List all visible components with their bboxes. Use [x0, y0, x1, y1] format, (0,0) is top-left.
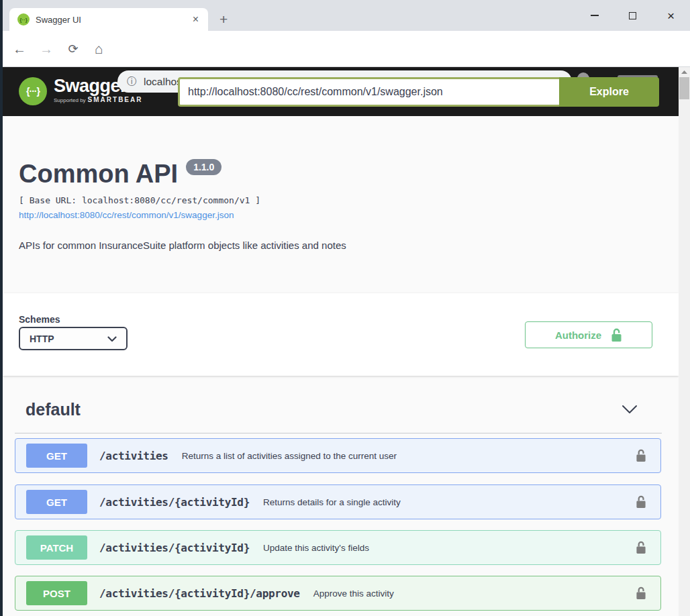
- browser-tab[interactable]: {··} Swagger UI ×: [9, 8, 208, 31]
- method-badge: GET: [26, 490, 87, 514]
- supported-by-line: Supported bySMARTBEAR: [54, 96, 142, 103]
- new-tab-button[interactable]: +: [219, 12, 228, 26]
- lock-icon[interactable]: [636, 541, 646, 554]
- minimize-icon: [591, 15, 599, 16]
- tab-close-icon[interactable]: ×: [191, 13, 200, 26]
- smartbear-logo-text: SMARTBEAR: [88, 96, 143, 103]
- authorize-button[interactable]: Authorize: [525, 321, 652, 348]
- spec-url-input[interactable]: [178, 77, 559, 107]
- minimize-button[interactable]: [575, 3, 613, 28]
- close-window-button[interactable]: ×: [652, 3, 690, 28]
- unlock-icon: [611, 328, 622, 342]
- home-button[interactable]: ⌂: [87, 31, 110, 67]
- operation-row-get-activities[interactable]: GET /activities Returns a list of activi…: [15, 438, 661, 473]
- operation-path: /activities/{activityId}: [99, 542, 250, 554]
- section-divider: [15, 433, 662, 433]
- page-info-icon[interactable]: ⓘ: [127, 76, 136, 88]
- lock-icon[interactable]: [636, 495, 646, 509]
- api-description: APIs for common InsuranceSuite platform …: [19, 240, 346, 251]
- operation-path: /activities/{activityId}: [99, 496, 250, 509]
- browser-toolbar: ← → ⟳ ⌂ ⓘ localhost:8080/cc/resources/sw…: [0, 31, 690, 67]
- scheme-selected-value: HTTP: [30, 333, 54, 344]
- version-badge: 1.1.0: [186, 159, 221, 175]
- operation-row-post-approve[interactable]: POST /activities/{activityId}/approve Ap…: [15, 576, 661, 611]
- window-left-edge: [0, 0, 3, 616]
- operation-row-patch-activity[interactable]: PATCH /activities/{activityId} Update th…: [15, 530, 661, 565]
- operation-path: /activities/{activityId}/approve: [99, 587, 300, 600]
- method-badge: POST: [26, 581, 87, 605]
- lock-icon[interactable]: [636, 586, 646, 600]
- reload-button[interactable]: ⟳: [62, 31, 85, 67]
- method-badge: GET: [26, 444, 87, 468]
- chevron-down-icon: [107, 333, 117, 345]
- operation-row-get-activity-by-id[interactable]: GET /activities/{activityId} Returns det…: [15, 484, 661, 519]
- operation-summary: Returns a list of activities assigned to…: [182, 451, 397, 461]
- base-url: [ Base URL: localhost:8080/cc/rest/commo…: [19, 195, 260, 205]
- operation-summary: Update this activity's fields: [263, 543, 369, 553]
- authorize-label: Authorize: [555, 329, 601, 341]
- schemes-label: Schemes: [19, 314, 60, 325]
- page-scrollbar[interactable]: [679, 67, 690, 616]
- method-badge: PATCH: [26, 535, 87, 560]
- swagger-logo-icon: {···}: [19, 77, 47, 105]
- spec-link[interactable]: http://localhost:8080/cc/rest/common/v1/…: [19, 210, 234, 220]
- browser-titlebar: {··} Swagger UI × + ×: [0, 0, 690, 31]
- swagger-favicon-icon: {··}: [17, 13, 30, 25]
- explore-button[interactable]: Explore: [559, 77, 659, 107]
- maximize-button[interactable]: [613, 3, 652, 28]
- api-title: Common API1.1.0: [19, 159, 221, 189]
- section-chevron-down-icon[interactable]: [622, 405, 638, 417]
- operation-summary: Approve this activity: [313, 588, 394, 599]
- scheme-select[interactable]: HTTP: [19, 327, 128, 350]
- scheme-container: Schemes HTTP Authorize: [3, 293, 679, 376]
- scrollbar-thumb[interactable]: [679, 77, 689, 99]
- scrollbar-up-icon[interactable]: [679, 67, 690, 77]
- back-button[interactable]: ←: [8, 31, 31, 67]
- tag-section-header[interactable]: default: [26, 400, 81, 419]
- close-icon: ×: [667, 9, 675, 22]
- operation-path: /activities: [99, 450, 168, 462]
- operation-summary: Returns details for a single activity: [263, 497, 401, 507]
- maximize-icon: [629, 12, 636, 19]
- download-url-wrapper: Explore: [178, 77, 659, 107]
- window-controls: ×: [575, 0, 690, 31]
- tab-title: Swagger UI: [36, 15, 191, 25]
- lock-icon[interactable]: [636, 449, 646, 462]
- forward-button[interactable]: →: [35, 31, 58, 67]
